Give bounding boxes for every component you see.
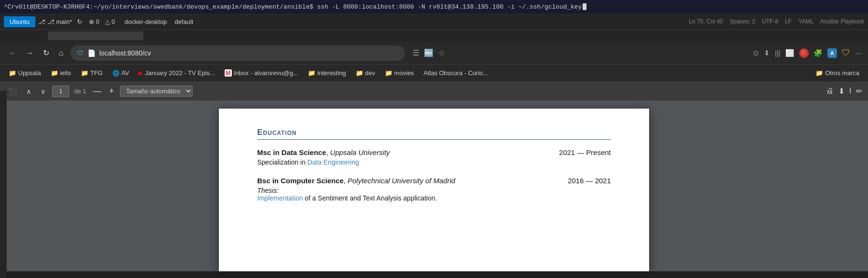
translate-icon[interactable]: 🔤 — [424, 48, 434, 57]
url-text: localhost:8080/cv — [99, 49, 151, 57]
bookmark-movies[interactable]: movies — [381, 68, 418, 78]
degree-comma-2: , — [344, 177, 347, 185]
pdf-page: Education Msc in Data Science, Uppsala U… — [219, 109, 649, 271]
cursor-position: Ln 70, Col 40 — [689, 18, 723, 25]
degree-name-2: Bsc in Computer Science — [257, 177, 344, 185]
bookmark-icon[interactable]: ☆ — [438, 48, 445, 57]
sync-icon[interactable]: ↻ — [77, 18, 82, 25]
error-count: ⊗ 0 — [89, 18, 99, 25]
eol: LF — [785, 18, 792, 25]
zoom-out-button[interactable]: — — [91, 86, 103, 96]
university-name-2: Polytechnical University of Madrid — [347, 177, 455, 185]
ext-puzzle-icon[interactable]: 🧩 — [814, 49, 823, 57]
refresh-button[interactable]: ↻ — [40, 46, 52, 59]
bookmarks-bar: Uppsala ielts TFG AV January 2022 - TV E… — [0, 65, 868, 82]
edu-thesis: Thesis: — [257, 187, 611, 194]
pdf-save-icon[interactable]: ⬇ — [838, 87, 845, 96]
browser-chrome: ← → ↻ ⌂ 🛡 📄 localhost:8080/cv ☰ 🔤 ☆ ⊙ ⬇ … — [0, 42, 868, 65]
page-down-button[interactable]: ∨ — [38, 87, 48, 96]
git-branch-icon: ⎇ — [38, 18, 45, 25]
playbook-type: Ansible Playbook — [820, 18, 864, 25]
browser-action-icons: ☰ 🔤 ☆ — [412, 48, 445, 57]
bookmark-ielts[interactable]: ielts — [47, 68, 75, 78]
forward-button[interactable]: → — [23, 47, 36, 59]
ext-shield-icon[interactable]: 🛡 — [842, 48, 850, 58]
terminal-text: ^Crv0lt@DESKTOP-K3RH0F4:~/yo/interviews/… — [4, 3, 582, 11]
university-name-1: Uppsala University — [330, 148, 390, 156]
bookmark-January2022[interactable]: January 2022 - TV Epis... — [135, 68, 218, 78]
thesis-label: Thesis: — [257, 187, 279, 194]
pdf-print-icon[interactable]: 🖨 — [826, 87, 834, 96]
extensions-menu-icon[interactable]: ⋯ — [855, 49, 862, 57]
education-entry-2: Bsc in Computer Science, Polytechnical U… — [257, 177, 611, 202]
cursor — [583, 3, 586, 10]
education-entry-1: Msc in Data Science, Uppsala University … — [257, 148, 611, 166]
pdf-toolbar: ⬛ ∧ ∨ de 1 — + Tamaño automático 🖨 ⬇ I ✏ — [0, 82, 868, 101]
bookmark-interesting[interactable]: interesting — [304, 68, 350, 78]
terminal-bar: ^Crv0lt@DESKTOP-K3RH0F4:~/yo/interviews/… — [0, 0, 868, 13]
edu-thesis-title-row: Implementation of a Sentiment and Text A… — [257, 194, 611, 202]
toggle-sidebar-button[interactable]: ⬛ — [6, 87, 20, 96]
pdf-right-tools: 🖨 ⬇ I ✏ — [826, 87, 862, 96]
edu-entry-2-date: 2016 — 2021 — [568, 177, 611, 185]
download-icon[interactable]: ⬇ — [764, 49, 770, 57]
page-favicon: 📄 — [87, 49, 96, 57]
pdf-content-wrapper: Education Msc in Data Science, Uppsala U… — [0, 101, 868, 271]
thesis-link[interactable]: Implementation — [257, 194, 303, 202]
left-sidebar-strip — [0, 101, 7, 271]
language: YAML — [798, 18, 814, 25]
page-separator: de 1 — [74, 88, 86, 95]
bookmark-AtlasObscura[interactable]: Atlas Obscura - Curio... — [420, 68, 492, 78]
vscode-tab-bar: Ubuntu ⎇ ⎇ main* ↻ ⊗ 0 △ 0 docker-deskto… — [0, 13, 868, 30]
vscode-status-bar: Ln 70, Col 40 Spaces: 2 UTF-8 LF YAML An… — [689, 18, 864, 25]
edu-entry-2-row: Bsc in Computer Science, Polytechnical U… — [257, 177, 611, 185]
degree-name-1: Msc in Data Science — [257, 148, 326, 156]
page-number-input[interactable] — [52, 86, 69, 97]
zoom-select[interactable]: Tamaño automático — [120, 86, 193, 97]
spaces: Spaces: 2 — [730, 18, 755, 25]
degree-comma-1: , — [326, 148, 330, 156]
bookmark-TFG[interactable]: TFG — [77, 68, 107, 78]
security-shield-icon: 🛡 — [77, 49, 84, 57]
collection-icon[interactable]: ||| — [775, 49, 781, 57]
vscode-search-row — [0, 30, 868, 42]
ext-red-icon[interactable]: 🔴 — [799, 48, 809, 58]
edu-entry-2-degree: Bsc in Computer Science, Polytechnical U… — [257, 177, 455, 185]
pdf-annotate-icon[interactable]: ✏ — [856, 87, 862, 96]
edu-specialization: Specialization in Data Engineering — [257, 158, 611, 166]
back-button[interactable]: ← — [6, 47, 19, 59]
zoom-in-button[interactable]: + — [107, 86, 116, 96]
specialization-prefix: Specialization in — [257, 158, 307, 166]
specialization-link[interactable]: Data Engineering — [307, 158, 359, 166]
thesis-rest: of a Sentiment and Text Analysis applica… — [303, 194, 437, 202]
bookmark-Uppsala[interactable]: Uppsala — [5, 68, 45, 78]
page-up-button[interactable]: ∧ — [23, 87, 34, 96]
warning-count: △ 0 — [105, 18, 115, 25]
education-section-title: Education — [257, 128, 611, 140]
edu-entry-1-date: 2021 — Present — [559, 148, 611, 156]
encoding: UTF-8 — [762, 18, 778, 25]
tab-ubuntu[interactable]: Ubuntu — [4, 16, 35, 27]
edu-entry-1-row: Msc in Data Science, Uppsala University … — [257, 148, 611, 156]
reader-view-icon[interactable]: ☰ — [412, 48, 419, 57]
kube-context: default — [174, 18, 193, 25]
sidebar-icon[interactable]: ⬜ — [785, 49, 794, 57]
bookmark-OtrosMarca[interactable]: Otros marca — [812, 68, 863, 78]
edu-entry-1-degree: Msc in Data Science, Uppsala University — [257, 148, 390, 156]
bookmark-dev[interactable]: dev — [352, 68, 379, 78]
branch-name: ⎇ main* — [47, 18, 72, 25]
browser-right-icons: ⊙ ⬇ ||| ⬜ 🔴 🧩 A 🛡 ⋯ — [753, 48, 862, 58]
pdf-text-cursor-icon[interactable]: I — [849, 87, 851, 96]
pocket-icon[interactable]: ⊙ — [753, 49, 759, 57]
bookmark-Inbox[interactable]: Inbox - alvarorevu@g... — [221, 68, 302, 78]
search-progress-bar — [48, 32, 143, 40]
bookmark-AV[interactable]: AV — [108, 68, 133, 78]
ext-blue-icon[interactable]: A — [827, 48, 837, 58]
home-button[interactable]: ⌂ — [56, 47, 66, 59]
git-branch-indicator: ⎇ ⎇ main* ↻ ⊗ 0 △ 0 docker-desktop defau… — [38, 18, 193, 25]
address-bar[interactable]: 🛡 📄 localhost:8080/cv — [70, 45, 405, 61]
docker-context: docker-desktop — [124, 18, 167, 25]
